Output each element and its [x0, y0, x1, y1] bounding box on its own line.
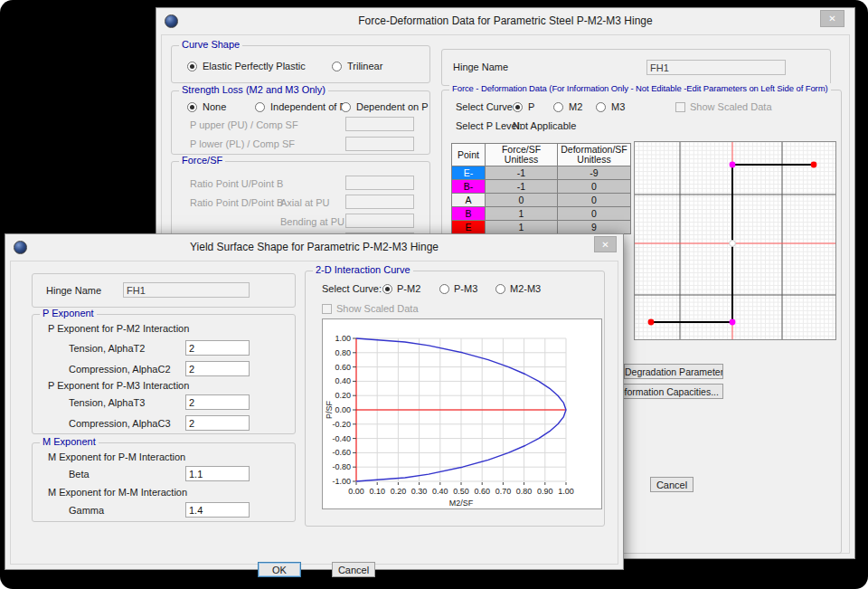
- title-bar[interactable]: Force-Deformation Data for Parametric St…: [156, 8, 854, 34]
- hinge-name-group: Hinge Name: [441, 49, 831, 86]
- radio-m2m3[interactable]: [495, 284, 505, 294]
- tension-alphat2-field[interactable]: [185, 340, 250, 356]
- radio-curve-m2[interactable]: [553, 102, 563, 112]
- svg-text:0.80: 0.80: [335, 348, 351, 357]
- point-cell[interactable]: B: [452, 207, 486, 221]
- svg-text:1.00: 1.00: [558, 487, 574, 496]
- table-row: E 1 9: [452, 221, 631, 234]
- title-bar[interactable]: Yield Surface Shape for Parametric P-M2-…: [5, 234, 623, 261]
- svg-text:0.00: 0.00: [348, 487, 364, 496]
- force-deformation-table: Point Force/SF Unitless Deformation/SF U…: [451, 143, 631, 234]
- hinge-name-field[interactable]: [646, 60, 786, 75]
- mm-interaction-header: M Exponent for M-M Interaction: [48, 487, 187, 498]
- bending-at-pu-field[interactable]: [345, 214, 414, 228]
- p-lower-field[interactable]: [345, 137, 414, 151]
- radio-dependent-on-p[interactable]: [341, 102, 351, 112]
- show-scaled-data-checkbox[interactable]: [675, 102, 685, 112]
- radio-label-pm2: P-M2: [397, 283, 420, 294]
- radio-label-m2m3: M2-M3: [510, 283, 541, 294]
- axial-at-pu-field[interactable]: [345, 195, 414, 209]
- select-curve-label: Select Curve:: [456, 101, 515, 112]
- screen: Force-Deformation Data for Parametric St…: [0, 0, 868, 589]
- radio-label-trilinear: Trilinear: [347, 61, 382, 71]
- col-force: Force/SF Unitless: [486, 144, 558, 166]
- select-p-level-value: Not Applicable: [513, 120, 576, 131]
- beta-field[interactable]: [185, 466, 250, 481]
- radio-label-m3: M3: [611, 101, 625, 112]
- close-icon[interactable]: ✕: [820, 10, 844, 27]
- hinge-name-field[interactable]: [123, 282, 250, 298]
- tension-alphat2-label: Tension, AlphaT2: [69, 343, 145, 354]
- bending-at-pu-label: Bending at PU: [280, 216, 344, 227]
- compression-alphac3-label: Compression, AlphaC3: [69, 418, 171, 429]
- table-row: E- -1 -9: [452, 166, 631, 180]
- show-scaled-data-label: Show Scaled Data: [690, 101, 772, 112]
- dialog-title: Yield Surface Shape for Parametric P-M2-…: [5, 241, 623, 253]
- ok-button[interactable]: OK: [258, 562, 301, 577]
- degradation-parameters-button[interactable]: Degradation Parameters...: [624, 364, 723, 379]
- gamma-field[interactable]: [185, 502, 250, 518]
- svg-text:0.30: 0.30: [411, 487, 428, 496]
- m-exponent-group: M Exponent M Exponent for P-M Interactio…: [32, 442, 296, 522]
- radio-none[interactable]: [187, 102, 197, 112]
- radio-label-none: None: [203, 101, 226, 112]
- force-deformation-curve-svg: [635, 142, 835, 339]
- svg-text:0.40: 0.40: [335, 376, 351, 385]
- interaction-curve-legend: 2-D Interaction Curve: [313, 264, 413, 275]
- point-cell[interactable]: A: [452, 194, 486, 207]
- compression-alphac2-field[interactable]: [185, 361, 250, 376]
- radio-label-pm3: P-M3: [454, 283, 477, 294]
- svg-text:P/SF: P/SF: [325, 401, 334, 420]
- point-cell[interactable]: E-: [452, 166, 486, 180]
- point-cell[interactable]: B-: [452, 180, 486, 194]
- p-lower-label: P lower (PL) / Comp SF: [190, 138, 295, 149]
- point-cell[interactable]: E: [452, 221, 486, 234]
- show-scaled-data-label: Show Scaled Data: [336, 303, 419, 314]
- compression-alphac2-label: Compression, AlphaC2: [69, 364, 171, 375]
- col-point: Point: [452, 144, 486, 166]
- select-curve-label: Select Curve:: [322, 283, 382, 294]
- ratio-u-field[interactable]: [345, 176, 414, 190]
- radio-independent-of-p[interactable]: [255, 102, 265, 112]
- close-icon[interactable]: ✕: [594, 236, 617, 252]
- deformation-capacities-button[interactable]: Deformation Capacities...: [608, 384, 723, 399]
- tension-alphat3-field[interactable]: [185, 394, 250, 410]
- radio-label-p: P: [528, 101, 534, 112]
- radio-curve-m3[interactable]: [596, 102, 606, 112]
- p-exponent-group: P Exponent P Exponent for P-M2 Interacti…: [32, 314, 296, 434]
- radio-trilinear[interactable]: [332, 62, 342, 71]
- curve-shape-group: Curve Shape Elastic Perfectly Plastic Tr…: [171, 45, 430, 83]
- svg-text:-0.60: -0.60: [332, 448, 351, 457]
- col-deformation: Deformation/SF Unitless: [558, 144, 631, 166]
- cancel-button[interactable]: Cancel: [332, 562, 375, 577]
- svg-text:0.20: 0.20: [391, 487, 407, 496]
- svg-text:1.00: 1.00: [335, 334, 351, 343]
- ratio-u-label: Ratio Point U/Point B: [190, 178, 283, 189]
- p-upper-field[interactable]: [345, 117, 414, 131]
- svg-text:0.70: 0.70: [495, 487, 512, 496]
- radio-label-independent: Independent of P: [270, 101, 346, 112]
- force-deformation-plot: [634, 141, 836, 340]
- table-row: A 0 0: [452, 194, 631, 207]
- gamma-label: Gamma: [69, 505, 104, 516]
- interaction-chart: 0.000.100.200.300.400.500.600.700.800.90…: [322, 318, 602, 509]
- radio-pm3[interactable]: [439, 284, 449, 294]
- p-exponent-legend: P Exponent: [40, 308, 97, 318]
- radio-pm2[interactable]: [382, 284, 392, 294]
- show-scaled-data-checkbox[interactable]: [322, 304, 332, 314]
- cancel-button-back[interactable]: Cancel: [650, 477, 693, 492]
- pm2-interaction-header: P Exponent for P-M2 Interaction: [48, 323, 189, 334]
- compression-alphac3-field[interactable]: [185, 415, 250, 431]
- radio-curve-p[interactable]: [513, 102, 523, 112]
- tension-alphat3-label: Tension, AlphaT3: [69, 397, 145, 408]
- radio-elastic-perfectly-plastic[interactable]: [187, 62, 197, 71]
- table-header-row: Point Force/SF Unitless Deformation/SF U…: [452, 144, 631, 166]
- dialog-title: Force-Deformation Data for Parametric St…: [156, 14, 854, 27]
- curve-shape-legend: Curve Shape: [179, 39, 242, 50]
- p-upper-label: P upper (PU) / Comp SF: [190, 119, 298, 130]
- ratio-d-label: Ratio Point D/Point B: [190, 197, 283, 208]
- table-row: B- -1 0: [452, 180, 631, 194]
- radio-label-epp: Elastic Perfectly Plastic: [203, 61, 306, 71]
- svg-text:-0.80: -0.80: [332, 462, 351, 471]
- svg-text:-0.40: -0.40: [332, 434, 351, 443]
